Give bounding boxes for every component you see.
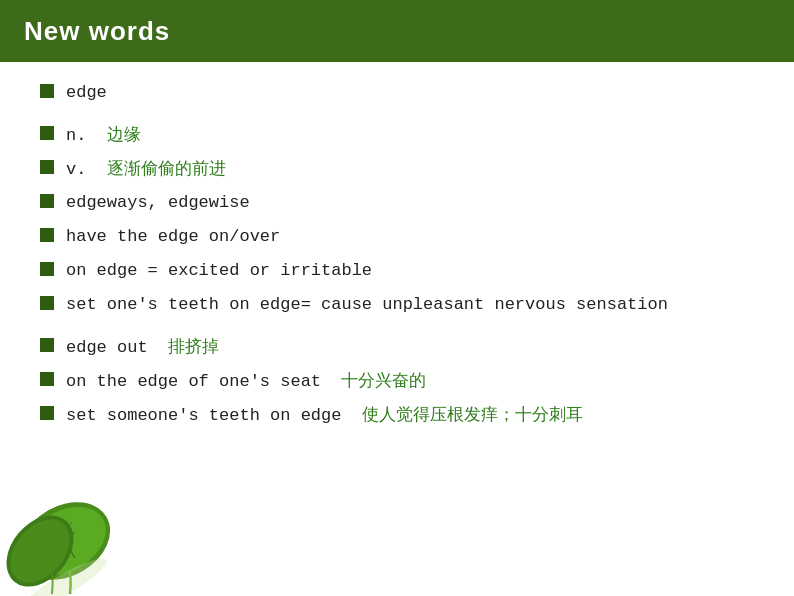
- list-item: set someone's teeth on edge 使人觉得压根发痒；十分刺…: [40, 402, 754, 430]
- bullet-icon: [40, 338, 54, 352]
- leaf-svg: [0, 486, 130, 596]
- slide-title: New words: [24, 16, 170, 47]
- spacer: [40, 326, 754, 334]
- slide-content: edge n. 边缘 v. 逐渐偷偷的前进 edgeways, edgewise…: [0, 62, 794, 596]
- chinese-text: 逐渐偷偷的前进: [107, 159, 226, 178]
- chinese-text: 十分兴奋的: [341, 371, 426, 390]
- list-item: edgeways, edgewise: [40, 190, 754, 218]
- bullet-icon: [40, 296, 54, 310]
- list-item: on the edge of one's seat 十分兴奋的: [40, 368, 754, 396]
- spacer: [40, 114, 754, 122]
- compound-text: set someone's teeth on edge 使人觉得压根发痒；十分刺…: [66, 402, 583, 429]
- compound-text: edge out 排挤掉: [66, 334, 219, 361]
- def-text: v. 逐渐偷偷的前进: [66, 156, 226, 183]
- bullet-icon: [40, 262, 54, 276]
- word-text: edge: [66, 80, 107, 106]
- leaf-decoration: [0, 486, 130, 596]
- slide: New words edge n. 边缘 v. 逐渐偷偷的前进 edgeways…: [0, 0, 794, 596]
- chinese-text: 排挤掉: [168, 337, 219, 356]
- list-item: v. 逐渐偷偷的前进: [40, 156, 754, 184]
- compound-text: on the edge of one's seat 十分兴奋的: [66, 368, 426, 395]
- bullet-icon: [40, 160, 54, 174]
- phrase-text: on edge = excited or irritable: [66, 258, 372, 284]
- list-item: have the edge on/over: [40, 224, 754, 252]
- phrase-text: edgeways, edgewise: [66, 190, 250, 216]
- phrase-text: have the edge on/over: [66, 224, 280, 250]
- slide-header: New words: [0, 0, 794, 62]
- list-item: set one's teeth on edge= cause unpleasan…: [40, 292, 754, 320]
- chinese-text: 使人觉得压根发痒；十分刺耳: [362, 405, 583, 424]
- chinese-text: 边缘: [107, 125, 141, 144]
- bullet-icon: [40, 84, 54, 98]
- list-item: edge out 排挤掉: [40, 334, 754, 362]
- bullet-icon: [40, 228, 54, 242]
- bullet-icon: [40, 126, 54, 140]
- list-item: n. 边缘: [40, 122, 754, 150]
- bullet-icon: [40, 406, 54, 420]
- list-item: edge: [40, 80, 754, 108]
- list-item: on edge = excited or irritable: [40, 258, 754, 286]
- phrase-text: set one's teeth on edge= cause unpleasan…: [66, 292, 668, 318]
- bullet-icon: [40, 372, 54, 386]
- bullet-icon: [40, 194, 54, 208]
- def-text: n. 边缘: [66, 122, 141, 149]
